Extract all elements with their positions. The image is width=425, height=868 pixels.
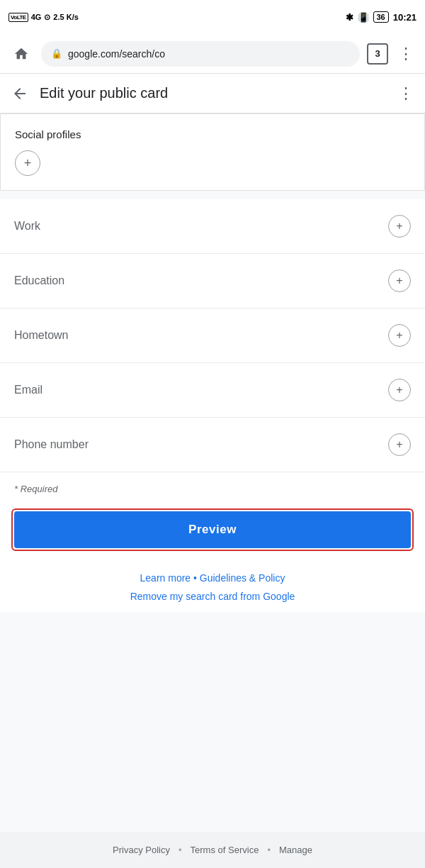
hometown-section-row[interactable]: Hometown +: [0, 308, 425, 363]
vibrate-icon: 📳: [358, 12, 369, 23]
privacy-policy-link[interactable]: Privacy Policy: [113, 845, 170, 855]
browser-bar: 🔒 google.com/search/co 3 ⋮: [0, 34, 425, 74]
email-section-row[interactable]: Email +: [0, 363, 425, 418]
terms-of-service-link[interactable]: Terms of Service: [191, 845, 259, 855]
header-more-button[interactable]: ⋮: [398, 84, 414, 103]
add-phone-button[interactable]: +: [388, 433, 411, 456]
add-hometown-button[interactable]: +: [388, 324, 411, 347]
preview-button-highlight: Preview: [11, 508, 414, 551]
back-button[interactable]: [11, 85, 28, 102]
footer-dot-1: •: [178, 845, 182, 855]
status-left: VoLTE 4G ⊙ 2.5 K/s: [8, 13, 79, 22]
add-work-button[interactable]: +: [388, 215, 411, 238]
learn-more-link[interactable]: Learn more • Guidelines & Policy: [140, 572, 285, 584]
main-content: Social profiles + Work + Education + Hom…: [0, 113, 425, 832]
required-text: * Required: [0, 472, 425, 500]
hometown-label: Hometown: [14, 329, 68, 342]
status-right: ✱ 📳 36 10:21: [346, 11, 417, 23]
remove-card-link[interactable]: Remove my search card from Google: [130, 591, 295, 602]
status-bar: VoLTE 4G ⊙ 2.5 K/s ✱ 📳 36 10:21: [0, 0, 425, 34]
home-button[interactable]: [8, 41, 34, 67]
url-text: google.com/search/co: [68, 48, 165, 60]
social-profiles-card: Social profiles +: [0, 113, 425, 191]
preview-button[interactable]: Preview: [14, 511, 411, 548]
lock-icon: 🔒: [51, 48, 62, 59]
phone-section-row[interactable]: Phone number +: [0, 418, 425, 472]
page-title: Edit your public card: [40, 85, 387, 101]
add-social-profile-button[interactable]: +: [15, 150, 40, 176]
signal-indicator: 4G: [31, 13, 42, 21]
time-display: 10:21: [393, 12, 416, 23]
volte-indicator: VoLTE: [8, 13, 28, 22]
add-education-button[interactable]: +: [388, 269, 411, 292]
page-header: Edit your public card ⋮: [0, 74, 425, 113]
speed-indicator: 2.5 K/s: [53, 13, 78, 21]
preview-section: Preview: [0, 500, 425, 562]
battery-indicator: 36: [373, 11, 389, 23]
manage-link[interactable]: Manage: [279, 845, 312, 855]
footer: Privacy Policy • Terms of Service • Mana…: [0, 832, 425, 868]
url-bar[interactable]: 🔒 google.com/search/co: [41, 41, 360, 67]
wifi-icon: ⊙: [44, 13, 50, 22]
education-section-row[interactable]: Education +: [0, 254, 425, 308]
phone-label: Phone number: [14, 438, 89, 451]
education-label: Education: [14, 274, 64, 287]
sections-container: Work + Education + Hometown + Email + Ph…: [0, 199, 425, 612]
social-profiles-title: Social profiles: [15, 128, 410, 140]
work-label: Work: [14, 220, 40, 233]
email-label: Email: [14, 384, 42, 396]
bluetooth-icon: ✱: [346, 12, 353, 23]
add-email-button[interactable]: +: [388, 379, 411, 401]
tab-count-button[interactable]: 3: [367, 43, 388, 65]
browser-more-button[interactable]: ⋮: [395, 42, 416, 66]
work-section-row[interactable]: Work +: [0, 199, 425, 254]
footer-dot-2: •: [267, 845, 271, 855]
links-section: Learn more • Guidelines & Policy Remove …: [0, 562, 425, 612]
